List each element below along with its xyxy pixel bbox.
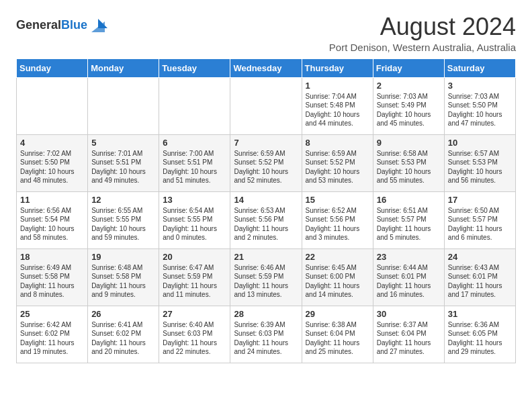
calendar-cell: 17Sunrise: 6:50 AM Sunset: 5:57 PM Dayli… [444, 191, 515, 248]
day-number: 2 [377, 81, 441, 91]
calendar-cell: 26Sunrise: 6:41 AM Sunset: 6:02 PM Dayli… [88, 306, 159, 363]
calendar-cell: 25Sunrise: 6:42 AM Sunset: 6:02 PM Dayli… [17, 306, 88, 363]
cell-info: Sunrise: 7:04 AM Sunset: 5:48 PM Dayligh… [306, 92, 369, 128]
weekday-header-monday: Monday [88, 58, 159, 77]
calendar-cell: 16Sunrise: 6:51 AM Sunset: 5:57 PM Dayli… [373, 191, 444, 248]
day-number: 11 [20, 195, 84, 205]
week-row-1: 1Sunrise: 7:04 AM Sunset: 5:48 PM Daylig… [17, 77, 516, 134]
day-number: 17 [448, 195, 512, 205]
cell-info: Sunrise: 7:03 AM Sunset: 5:50 PM Dayligh… [448, 92, 512, 128]
calendar-cell: 23Sunrise: 6:44 AM Sunset: 6:01 PM Dayli… [373, 248, 444, 306]
logo-blue-text: Blue [61, 18, 87, 32]
day-number: 8 [306, 138, 369, 148]
cell-info: Sunrise: 6:45 AM Sunset: 6:00 PM Dayligh… [306, 263, 369, 300]
calendar-cell: 21Sunrise: 6:46 AM Sunset: 5:59 PM Dayli… [230, 248, 302, 306]
cell-info: Sunrise: 6:50 AM Sunset: 5:57 PM Dayligh… [448, 206, 512, 242]
weekday-header-wednesday: Wednesday [230, 58, 302, 77]
calendar-cell: 2Sunrise: 7:03 AM Sunset: 5:49 PM Daylig… [373, 77, 444, 134]
cell-info: Sunrise: 6:43 AM Sunset: 6:01 PM Dayligh… [448, 263, 512, 300]
cell-info: Sunrise: 6:40 AM Sunset: 6:03 PM Dayligh… [163, 320, 226, 357]
cell-info: Sunrise: 6:41 AM Sunset: 6:02 PM Dayligh… [91, 320, 155, 357]
cell-info: Sunrise: 6:37 AM Sunset: 6:04 PM Dayligh… [377, 320, 441, 357]
logo-icon [89, 16, 107, 35]
calendar-cell: 31Sunrise: 6:36 AM Sunset: 6:05 PM Dayli… [444, 306, 515, 363]
calendar-cell: 5Sunrise: 7:01 AM Sunset: 5:51 PM Daylig… [88, 134, 159, 191]
day-number: 10 [448, 138, 512, 148]
cell-info: Sunrise: 6:53 AM Sunset: 5:56 PM Dayligh… [234, 206, 298, 242]
day-number: 26 [91, 309, 155, 319]
day-number: 22 [306, 252, 369, 262]
calendar-cell: 29Sunrise: 6:38 AM Sunset: 6:04 PM Dayli… [302, 306, 373, 363]
day-number: 5 [91, 138, 155, 148]
day-number: 25 [20, 309, 84, 319]
cell-info: Sunrise: 7:01 AM Sunset: 5:51 PM Dayligh… [91, 149, 155, 185]
calendar-cell: 4Sunrise: 7:02 AM Sunset: 5:50 PM Daylig… [17, 134, 88, 191]
calendar-cell [230, 77, 302, 134]
calendar-cell: 3Sunrise: 7:03 AM Sunset: 5:50 PM Daylig… [444, 77, 515, 134]
calendar-cell: 6Sunrise: 7:00 AM Sunset: 5:51 PM Daylig… [159, 134, 230, 191]
day-number: 31 [448, 309, 512, 319]
day-number: 12 [91, 195, 155, 205]
week-row-5: 25Sunrise: 6:42 AM Sunset: 6:02 PM Dayli… [17, 306, 516, 363]
calendar-cell: 9Sunrise: 6:58 AM Sunset: 5:53 PM Daylig… [373, 134, 444, 191]
calendar-cell: 24Sunrise: 6:43 AM Sunset: 6:01 PM Dayli… [444, 248, 515, 306]
day-number: 21 [234, 252, 298, 262]
calendar-cell: 30Sunrise: 6:37 AM Sunset: 6:04 PM Dayli… [373, 306, 444, 363]
calendar-cell [88, 77, 159, 134]
calendar-cell: 14Sunrise: 6:53 AM Sunset: 5:56 PM Dayli… [230, 191, 302, 248]
calendar-table: SundayMondayTuesdayWednesdayThursdayFrid… [16, 58, 516, 363]
cell-info: Sunrise: 6:44 AM Sunset: 6:01 PM Dayligh… [377, 263, 441, 300]
calendar-cell: 22Sunrise: 6:45 AM Sunset: 6:00 PM Dayli… [302, 248, 373, 306]
day-number: 6 [163, 138, 226, 148]
day-number: 4 [20, 138, 84, 148]
calendar-cell: 1Sunrise: 7:04 AM Sunset: 5:48 PM Daylig… [302, 77, 373, 134]
title-block: August 2024 Port Denison, Western Austra… [329, 13, 516, 53]
calendar-cell [159, 77, 230, 134]
week-row-2: 4Sunrise: 7:02 AM Sunset: 5:50 PM Daylig… [17, 134, 516, 191]
cell-info: Sunrise: 6:38 AM Sunset: 6:04 PM Dayligh… [306, 320, 369, 357]
day-number: 27 [163, 309, 226, 319]
cell-info: Sunrise: 6:54 AM Sunset: 5:55 PM Dayligh… [163, 206, 226, 242]
cell-info: Sunrise: 6:49 AM Sunset: 5:58 PM Dayligh… [20, 263, 84, 300]
cell-info: Sunrise: 6:47 AM Sunset: 5:59 PM Dayligh… [163, 263, 226, 300]
logo: GeneralBlue [16, 16, 107, 35]
weekday-header-row: SundayMondayTuesdayWednesdayThursdayFrid… [17, 58, 516, 77]
calendar-cell [17, 77, 88, 134]
calendar-cell: 13Sunrise: 6:54 AM Sunset: 5:55 PM Dayli… [159, 191, 230, 248]
calendar-cell: 15Sunrise: 6:52 AM Sunset: 5:56 PM Dayli… [302, 191, 373, 248]
cell-info: Sunrise: 6:59 AM Sunset: 5:52 PM Dayligh… [306, 149, 369, 185]
day-number: 23 [377, 252, 441, 262]
day-number: 18 [20, 252, 84, 262]
header: GeneralBlue August 2024 Port Denison, We… [16, 13, 516, 53]
calendar-cell: 7Sunrise: 6:59 AM Sunset: 5:52 PM Daylig… [230, 134, 302, 191]
week-row-4: 18Sunrise: 6:49 AM Sunset: 5:58 PM Dayli… [17, 248, 516, 306]
month-year-title: August 2024 [329, 13, 516, 40]
day-number: 30 [377, 309, 441, 319]
calendar-cell: 10Sunrise: 6:57 AM Sunset: 5:53 PM Dayli… [444, 134, 515, 191]
calendar-cell: 27Sunrise: 6:40 AM Sunset: 6:03 PM Dayli… [159, 306, 230, 363]
day-number: 1 [306, 81, 369, 91]
week-row-3: 11Sunrise: 6:56 AM Sunset: 5:54 PM Dayli… [17, 191, 516, 248]
cell-info: Sunrise: 6:42 AM Sunset: 6:02 PM Dayligh… [20, 320, 84, 357]
day-number: 29 [306, 309, 369, 319]
day-number: 24 [448, 252, 512, 262]
day-number: 13 [163, 195, 226, 205]
cell-info: Sunrise: 6:39 AM Sunset: 6:03 PM Dayligh… [234, 320, 298, 357]
weekday-header-friday: Friday [373, 58, 444, 77]
day-number: 19 [91, 252, 155, 262]
cell-info: Sunrise: 6:57 AM Sunset: 5:53 PM Dayligh… [448, 149, 512, 185]
calendar-cell: 12Sunrise: 6:55 AM Sunset: 5:55 PM Dayli… [88, 191, 159, 248]
calendar-cell: 18Sunrise: 6:49 AM Sunset: 5:58 PM Dayli… [17, 248, 88, 306]
day-number: 7 [234, 138, 298, 148]
cell-info: Sunrise: 6:48 AM Sunset: 5:58 PM Dayligh… [91, 263, 155, 300]
weekday-header-saturday: Saturday [444, 58, 515, 77]
cell-info: Sunrise: 7:03 AM Sunset: 5:49 PM Dayligh… [377, 92, 441, 128]
cell-info: Sunrise: 6:36 AM Sunset: 6:05 PM Dayligh… [448, 320, 512, 357]
cell-info: Sunrise: 6:55 AM Sunset: 5:55 PM Dayligh… [91, 206, 155, 242]
cell-info: Sunrise: 6:59 AM Sunset: 5:52 PM Dayligh… [234, 149, 298, 185]
cell-info: Sunrise: 6:52 AM Sunset: 5:56 PM Dayligh… [306, 206, 369, 242]
cell-info: Sunrise: 7:02 AM Sunset: 5:50 PM Dayligh… [20, 149, 84, 185]
calendar-cell: 11Sunrise: 6:56 AM Sunset: 5:54 PM Dayli… [17, 191, 88, 248]
svg-marker-1 [98, 19, 107, 28]
cell-info: Sunrise: 6:46 AM Sunset: 5:59 PM Dayligh… [234, 263, 298, 300]
